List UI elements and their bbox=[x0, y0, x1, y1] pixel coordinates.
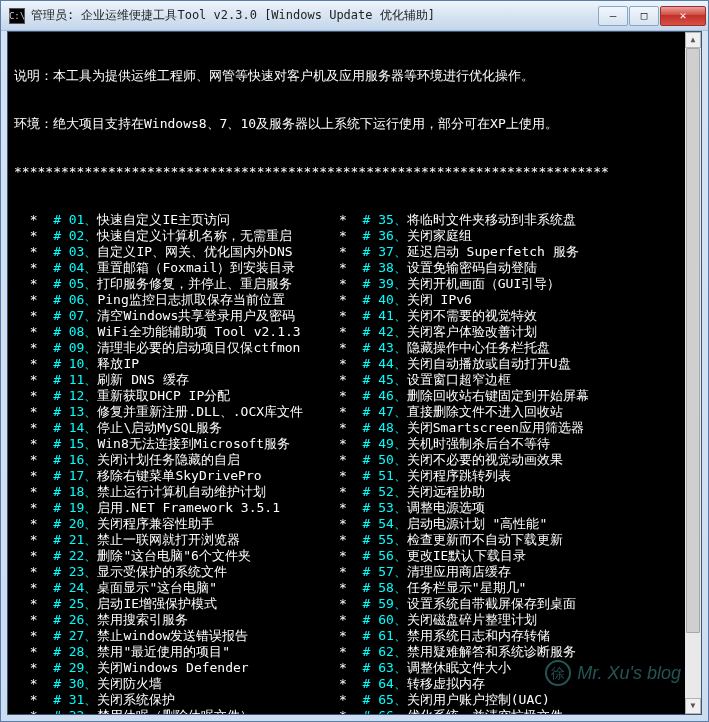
option-text: 隐藏操作中心任务栏托盘 bbox=[407, 340, 550, 355]
option-text: Win8无法连接到Microsoft服务 bbox=[97, 436, 290, 451]
option-row: * # 41、关闭不需要的视觉特效 bbox=[339, 308, 695, 324]
scroll-up-button[interactable]: ▲ bbox=[685, 32, 701, 48]
option-row: * # 57、清理应用商店缓存 bbox=[339, 564, 695, 580]
option-row: * # 25、启动IE增强保护模式 bbox=[14, 596, 339, 612]
option-text: 禁用搜索引服务 bbox=[97, 612, 188, 627]
options-left-column: * # 01、快速自定义IE主页访问 * # 02、快速自定义计算机名称，无需重… bbox=[14, 212, 339, 715]
option-row: * # 30、关闭防火墙 bbox=[14, 676, 339, 692]
option-row: * # 10、释放IP bbox=[14, 356, 339, 372]
option-text: 关闭 IPv6 bbox=[407, 292, 472, 307]
option-row: * # 47、直接删除文件不进入回收站 bbox=[339, 404, 695, 420]
option-row: * # 53、调整电源选项 bbox=[339, 500, 695, 516]
console-output: 说明：本工具为提供运维工程师、网管等快速对客户机及应用服务器等环境进行优化操作。… bbox=[7, 31, 702, 715]
app-window: C:\ 管理员: 企业运维便捷工具Tool v2.3.0 [Windows Up… bbox=[0, 0, 709, 722]
option-row: * # 27、禁止window发送错误报告 bbox=[14, 628, 339, 644]
option-text: 禁用系统日志和内存转储 bbox=[407, 628, 550, 643]
scroll-track[interactable] bbox=[685, 48, 701, 698]
option-row: * # 15、Win8无法连接到Microsoft服务 bbox=[14, 436, 339, 452]
option-text: 关闭系统保护 bbox=[97, 692, 175, 707]
option-text: 关闭远程协助 bbox=[407, 484, 485, 499]
option-row: * # 60、关闭磁盘碎片整理计划 bbox=[339, 612, 695, 628]
option-row: * # 31、关闭系统保护 bbox=[14, 692, 339, 708]
option-text: 禁用疑难解答和系统诊断服务 bbox=[407, 644, 576, 659]
option-text: 启动电源计划 "高性能" bbox=[407, 516, 547, 531]
option-text: 调整休眠文件大小 bbox=[407, 660, 511, 675]
option-text: 自定义IP、网关、优化国内外DNS bbox=[97, 244, 292, 259]
option-row: * # 14、停止\启动MySQL服务 bbox=[14, 420, 339, 436]
option-row: * # 28、禁用"最近使用的项目" bbox=[14, 644, 339, 660]
option-text: 释放IP bbox=[97, 356, 139, 371]
vertical-scrollbar[interactable]: ▲ ▼ bbox=[685, 32, 701, 714]
options-right-column: * # 35、将临时文件夹移动到非系统盘* # 36、关闭家庭组* # 37、延… bbox=[339, 212, 695, 715]
option-row: * # 20、关闭程序兼容性助手 bbox=[14, 516, 339, 532]
option-text: Ping监控日志抓取保存当前位置 bbox=[97, 292, 284, 307]
option-row: * # 06、Ping监控日志抓取保存当前位置 bbox=[14, 292, 339, 308]
option-text: 调整电源选项 bbox=[407, 500, 485, 515]
option-text: 更改IE默认下载目录 bbox=[407, 548, 527, 563]
option-text: WiFi全功能辅助项 Tool v2.1.3 bbox=[97, 324, 300, 339]
option-text: 转移虚拟内存 bbox=[407, 676, 485, 691]
option-row: * # 07、清空Windows共享登录用户及密码 bbox=[14, 308, 339, 324]
option-text: 启动IE增强保护模式 bbox=[97, 596, 217, 611]
option-text: 关闭开机画面（GUI引导） bbox=[407, 276, 560, 291]
option-row: * # 17、移除右键菜单SkyDrivePro bbox=[14, 468, 339, 484]
option-text: 禁止window发送错误报告 bbox=[97, 628, 248, 643]
option-row: * # 04、重置邮箱（Foxmail）到安装目录 bbox=[14, 260, 339, 276]
option-text: 移除右键菜单SkyDrivePro bbox=[97, 468, 261, 483]
option-text: 关闭客户体验改善计划 bbox=[407, 324, 537, 339]
option-text: 清理应用商店缓存 bbox=[407, 564, 511, 579]
option-row: * # 09、清理非必要的启动项目仅保ctfmon bbox=[14, 340, 339, 356]
scroll-down-button[interactable]: ▼ bbox=[685, 698, 701, 714]
option-row: * # 59、设置系统自带截屏保存到桌面 bbox=[339, 596, 695, 612]
option-text: 任务栏显示"星期几" bbox=[407, 580, 527, 595]
option-text: 关闭防火墙 bbox=[97, 676, 162, 691]
option-text: 禁止运行计算机自动维护计划 bbox=[97, 484, 266, 499]
option-row: * # 08、WiFi全功能辅助项 Tool v2.1.3 bbox=[14, 324, 339, 340]
window-title: 管理员: 企业运维便捷工具Tool v2.3.0 [Windows Update… bbox=[31, 7, 598, 24]
divider-top: ****************************************… bbox=[14, 164, 695, 180]
option-text: 刷新 DNS 缓存 bbox=[97, 372, 188, 387]
option-text: 关闭家庭组 bbox=[407, 228, 472, 243]
option-text: 关闭磁盘碎片整理计划 bbox=[407, 612, 537, 627]
option-text: 检查更新而不自动下载更新 bbox=[407, 532, 563, 547]
option-row: * # 05、打印服务修复，并停止、重启服务 bbox=[14, 276, 339, 292]
option-text: 显示受保护的系统文件 bbox=[97, 564, 227, 579]
option-row: * # 11、刷新 DNS 缓存 bbox=[14, 372, 339, 388]
minimize-button[interactable]: — bbox=[598, 6, 628, 26]
option-row: * # 02、快速自定义计算机名称，无需重启 bbox=[14, 228, 339, 244]
option-text: 删除回收站右键固定到开始屏幕 bbox=[407, 388, 589, 403]
option-row: * # 56、更改IE默认下载目录 bbox=[339, 548, 695, 564]
option-row: * # 01、快速自定义IE主页访问 bbox=[14, 212, 339, 228]
intro-line-2: 环境：绝大项目支持在Windows8、7、10及服务器以上系统下运行使用，部分可… bbox=[14, 116, 695, 132]
option-text: 禁用"最近使用的项目" bbox=[97, 644, 230, 659]
option-row: * # 66、优化系统，并清空垃圾文件 bbox=[339, 708, 695, 715]
option-text: 关闭自动播放或自动打开U盘 bbox=[407, 356, 571, 371]
maximize-button[interactable]: □ bbox=[629, 6, 659, 26]
option-row: * # 37、延迟启动 Superfetch 服务 bbox=[339, 244, 695, 260]
option-row: * # 45、设置窗口超窄边框 bbox=[339, 372, 695, 388]
option-row: * # 26、禁用搜索引服务 bbox=[14, 612, 339, 628]
option-row: * # 40、关闭 IPv6 bbox=[339, 292, 695, 308]
option-row: * # 52、关闭远程协助 bbox=[339, 484, 695, 500]
scroll-thumb[interactable] bbox=[686, 48, 700, 633]
option-text: 优化系统，并清空垃圾文件 bbox=[407, 708, 563, 715]
option-row: * # 63、调整休眠文件大小 bbox=[339, 660, 695, 676]
option-text: 清理非必要的启动项目仅保ctfmon bbox=[97, 340, 300, 355]
option-text: 禁用休眠（删除休眠文件） bbox=[97, 708, 253, 715]
option-row: * # 21、禁止一联网就打开浏览器 bbox=[14, 532, 339, 548]
option-text: 删除"这台电脑"6个文件夹 bbox=[97, 548, 250, 563]
option-row: * # 19、启用.NET Framework 3.5.1 bbox=[14, 500, 339, 516]
close-button[interactable]: ✕ bbox=[660, 6, 706, 26]
option-text: 关闭计划任务隐藏的自启 bbox=[97, 452, 240, 467]
titlebar[interactable]: C:\ 管理员: 企业运维便捷工具Tool v2.3.0 [Windows Up… bbox=[1, 1, 708, 31]
option-row: * # 38、设置免输密码自动登陆 bbox=[339, 260, 695, 276]
option-row: * # 16、关闭计划任务隐藏的自启 bbox=[14, 452, 339, 468]
option-row: * # 62、禁用疑难解答和系统诊断服务 bbox=[339, 644, 695, 660]
option-text: 停止\启动MySQL服务 bbox=[97, 420, 222, 435]
option-text: 关机时强制杀后台不等待 bbox=[407, 436, 550, 451]
option-row: * # 46、删除回收站右键固定到开始屏幕 bbox=[339, 388, 695, 404]
option-text: 关闭程序跳转列表 bbox=[407, 468, 511, 483]
option-row: * # 23、显示受保护的系统文件 bbox=[14, 564, 339, 580]
option-row: * # 39、关闭开机画面（GUI引导） bbox=[339, 276, 695, 292]
option-text: 关闭不必要的视觉动画效果 bbox=[407, 452, 563, 467]
